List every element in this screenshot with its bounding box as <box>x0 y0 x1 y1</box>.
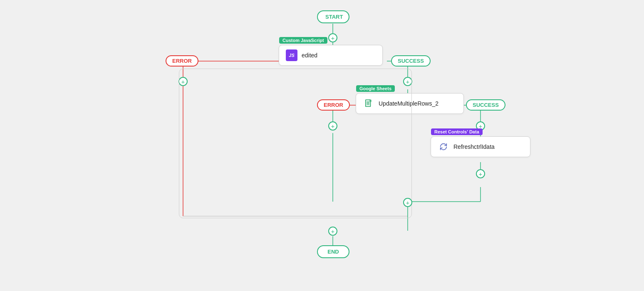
start-node: START <box>317 10 349 23</box>
custom-js-node[interactable]: Custom JavaScript JS edited <box>279 45 383 66</box>
js-icon: JS <box>286 49 297 61</box>
reset-controls-tag: Reset Controls' Data <box>431 128 483 135</box>
add-below-reset[interactable]: + <box>476 169 485 178</box>
error-badge-1: ERROR <box>166 55 198 67</box>
reset-controls-node[interactable]: Reset Controls' Data RefreshctrlIdata <box>431 136 530 157</box>
success2-label: SUCCESS <box>473 102 499 108</box>
success1-label: SUCCESS <box>398 58 424 64</box>
error1-label: ERROR <box>172 58 192 64</box>
success-badge-1: SUCCESS <box>391 55 431 67</box>
custom-js-tag: Custom JavaScript <box>279 37 327 44</box>
custom-js-text: edited <box>302 52 317 59</box>
add-after-start[interactable]: + <box>328 33 337 42</box>
success-badge-2: SUCCESS <box>466 99 505 111</box>
group-box-1 <box>179 69 412 218</box>
reset-controls-text: RefreshctrlIdata <box>453 143 495 150</box>
end-node: END <box>317 245 349 258</box>
add-before-end[interactable]: + <box>328 227 337 236</box>
end-label: END <box>327 249 339 255</box>
refresh-icon <box>438 141 449 153</box>
start-label: START <box>325 14 343 20</box>
add-bottom-group[interactable]: + <box>403 198 412 207</box>
